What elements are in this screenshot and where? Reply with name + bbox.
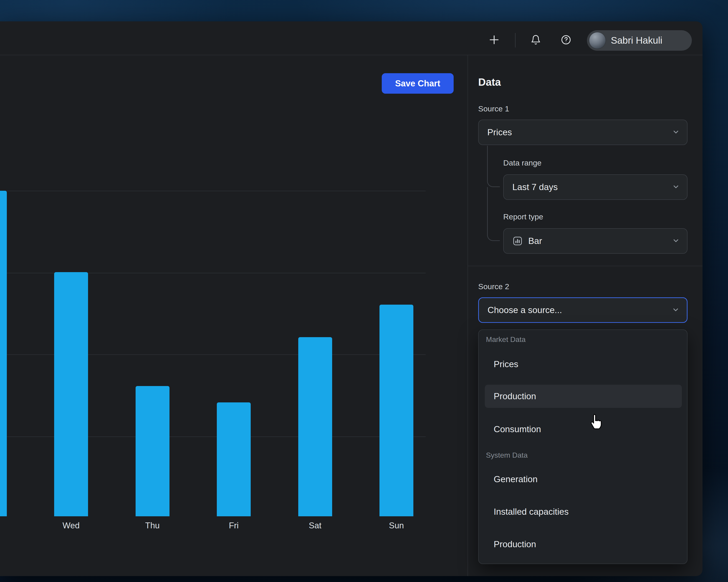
- bar: [136, 386, 170, 516]
- sidebar-divider: [468, 55, 468, 576]
- add-button[interactable]: [488, 34, 500, 47]
- header-separator: [515, 33, 516, 48]
- save-chart-button[interactable]: Save Chart: [382, 73, 453, 94]
- user-name: Sabri Hakuli: [611, 35, 662, 46]
- notifications-button[interactable]: [530, 35, 541, 46]
- source1-label: Source 1: [478, 104, 509, 113]
- menu-item-prices[interactable]: Prices: [485, 353, 682, 376]
- menu-group-system-data: System Data: [486, 451, 527, 460]
- chevron-down-icon: [672, 128, 680, 137]
- help-button[interactable]: [561, 35, 571, 46]
- source2-dropdown[interactable]: Choose a source...: [478, 297, 687, 323]
- menu-item-consumtion[interactable]: Consumtion: [485, 418, 682, 441]
- data-range-label: Data range: [503, 159, 542, 167]
- tree-connector: [487, 187, 500, 241]
- x-axis-label: Thu: [130, 521, 175, 530]
- plus-icon: [488, 33, 500, 47]
- menu-item-installed-capacities[interactable]: Installed capacities: [485, 500, 682, 523]
- bar: [298, 337, 332, 516]
- bar: [54, 272, 88, 516]
- source2-menu: Market Data Prices Production Consumtion…: [478, 329, 687, 564]
- question-circle-icon: [561, 34, 571, 46]
- sidebar-title: Data: [478, 76, 501, 88]
- bar: [380, 305, 413, 516]
- menu-group-market-data: Market Data: [486, 335, 525, 344]
- chevron-down-icon: [672, 306, 679, 314]
- menu-item-production[interactable]: Production: [485, 385, 682, 408]
- menu-item-production-2[interactable]: Production: [485, 533, 682, 556]
- menu-item-generation[interactable]: Generation: [485, 468, 682, 491]
- source1-dropdown[interactable]: Prices: [478, 119, 687, 145]
- app-window: Sabri Hakuli Save Chart WedThuFriSatSun …: [0, 21, 703, 576]
- gridline: [0, 191, 426, 191]
- report-type-label: Report type: [503, 212, 543, 221]
- sidebar-section-divider: [468, 266, 703, 266]
- bar-chart-plot: WedThuFriSatSun: [0, 191, 426, 516]
- header-divider: [0, 55, 703, 55]
- user-menu[interactable]: Sabri Hakuli: [587, 30, 692, 51]
- x-axis-label: Sun: [374, 521, 419, 530]
- data-range-value: Last 7 days: [512, 182, 557, 192]
- source2-label: Source 2: [478, 282, 509, 291]
- x-axis-label: Sat: [292, 521, 338, 530]
- bell-icon: [530, 34, 541, 46]
- report-type-value: Bar: [528, 236, 542, 246]
- avatar: [589, 32, 606, 49]
- chevron-down-icon: [672, 237, 680, 245]
- tree-connector: [487, 146, 500, 187]
- bar-chart-icon: [512, 236, 523, 246]
- bar: [217, 403, 251, 516]
- chevron-down-icon: [672, 183, 680, 191]
- report-type-dropdown[interactable]: Bar: [503, 228, 687, 254]
- source2-value: Choose a source...: [488, 305, 562, 315]
- x-axis-label: Wed: [49, 521, 94, 530]
- x-axis-label: Fri: [211, 521, 257, 530]
- data-range-dropdown[interactable]: Last 7 days: [503, 174, 687, 200]
- source1-value: Prices: [487, 127, 512, 137]
- bar: [0, 191, 7, 516]
